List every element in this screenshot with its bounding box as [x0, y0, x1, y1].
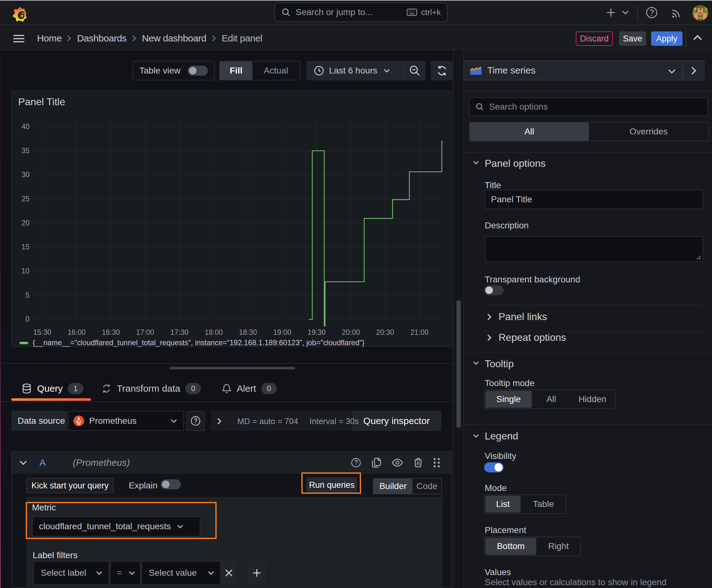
svg-text:17:00: 17:00 [136, 328, 154, 336]
svg-text:25: 25 [21, 195, 29, 203]
svg-text:15:30: 15:30 [33, 328, 51, 336]
svg-text:18:30: 18:30 [239, 328, 257, 336]
svg-text:35: 35 [21, 147, 29, 155]
svg-text:30: 30 [21, 171, 29, 179]
svg-text:20: 20 [21, 219, 29, 227]
svg-text:15: 15 [21, 243, 29, 251]
svg-text:5: 5 [25, 291, 29, 299]
svg-text:19:00: 19:00 [273, 328, 291, 336]
svg-text:17:30: 17:30 [170, 328, 189, 336]
svg-text:10: 10 [21, 267, 29, 275]
svg-text:20:30: 20:30 [376, 328, 394, 336]
svg-text:0: 0 [25, 315, 29, 323]
svg-text:18:00: 18:00 [205, 328, 223, 336]
svg-text:40: 40 [21, 123, 29, 131]
svg-text:16:00: 16:00 [67, 328, 86, 336]
svg-text:20:00: 20:00 [342, 328, 360, 336]
svg-text:16:30: 16:30 [102, 328, 120, 336]
svg-text:21:00: 21:00 [410, 328, 429, 336]
svg-text:19:30: 19:30 [308, 328, 326, 336]
